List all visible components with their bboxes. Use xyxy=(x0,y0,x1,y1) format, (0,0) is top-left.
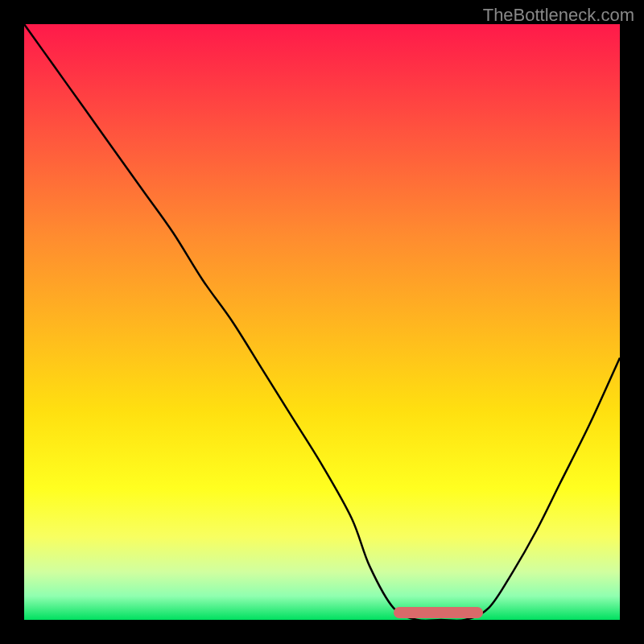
watermark-text: TheBottleneck.com xyxy=(483,5,634,26)
chart-plot-area xyxy=(24,24,620,620)
chart-curve-svg xyxy=(24,24,620,620)
optimal-range-bar xyxy=(394,607,483,618)
bottleneck-curve-line xyxy=(24,24,620,620)
